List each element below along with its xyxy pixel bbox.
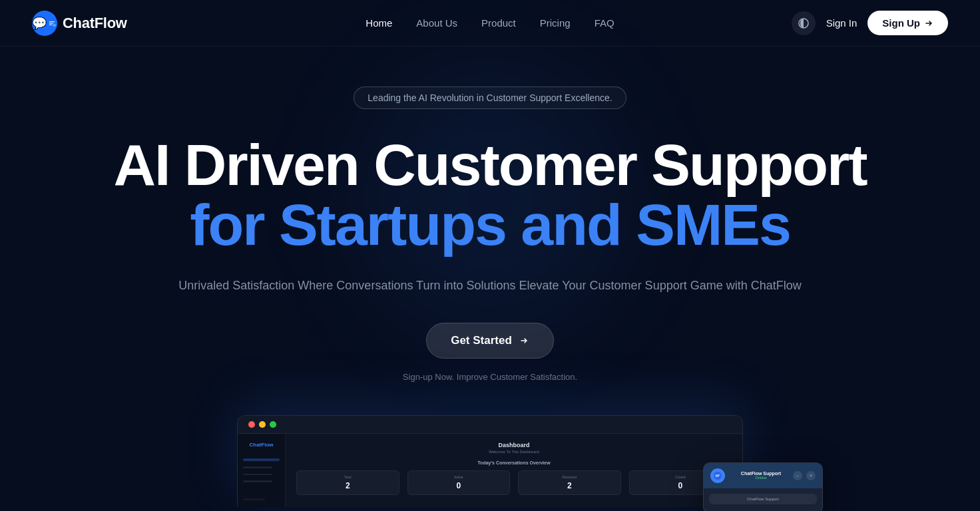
chat-minimize-button[interactable]: – xyxy=(793,471,802,480)
stat-total: Total 2 xyxy=(296,470,399,495)
chat-widget-status: Online xyxy=(729,476,793,480)
dashboard-body: ChatFlow Dashboard Welcome To The Dashbo… xyxy=(238,434,742,507)
sidebar-item-chatbots xyxy=(243,466,272,468)
hero-subtitle: Unrivaled Satisfaction Where Conversatio… xyxy=(178,275,801,296)
sidebar-item-conversations xyxy=(243,474,272,476)
dashboard-sidebar: ChatFlow xyxy=(238,434,286,507)
hero-footnote: Sign-up Now. Improve Customer Satisfacti… xyxy=(403,372,577,382)
dashboard-title: Dashboard xyxy=(296,442,732,448)
dashboard-stats: Total 2 Active 0 Resolved 2 xyxy=(296,470,732,495)
sign-up-button[interactable]: Sign Up xyxy=(867,11,948,35)
hero-badge: Leading the AI Revolution in Customer Su… xyxy=(354,86,626,109)
nav-actions: Sign In Sign Up xyxy=(792,11,948,35)
logo-icon xyxy=(32,11,57,36)
chat-widget-body: ChatFlow Support xyxy=(704,488,822,511)
chat-bubble: ChatFlow Support xyxy=(709,494,817,504)
dashboard-subtitle: Welcome To The Dashboard xyxy=(296,450,732,454)
dashboard-window: ChatFlow Dashboard Welcome To The Dashbo… xyxy=(237,415,743,507)
chat-widget-header: ChatFlow Support Online – × xyxy=(704,463,822,488)
stat-active: Active 0 xyxy=(407,470,511,495)
nav-home[interactable]: Home xyxy=(366,17,392,29)
svg-point-2 xyxy=(714,472,722,480)
theme-toggle-button[interactable] xyxy=(792,11,816,35)
svg-point-1 xyxy=(53,23,55,26)
dashboard-main: Dashboard Welcome To The Dashboard Today… xyxy=(286,434,742,507)
hero-title: AI Driven Customer Support for Startups … xyxy=(113,136,866,275)
chat-widget-icons: – × xyxy=(793,471,816,480)
window-dot-red xyxy=(248,421,255,428)
chat-widget: ChatFlow Support Online – × ChatFlow Sup… xyxy=(703,462,823,511)
get-started-button[interactable]: Get Started xyxy=(426,323,554,359)
logo-text: ChatFlow xyxy=(63,15,127,32)
dashboard-preview: ChatFlow Dashboard Welcome To The Dashbo… xyxy=(237,415,743,507)
sidebar-item-integrations xyxy=(243,480,272,482)
nav-links: Home About Us Product Pricing FAQ xyxy=(366,17,614,29)
window-dot-yellow xyxy=(259,421,266,428)
navbar: ChatFlow Home About Us Product Pricing F… xyxy=(0,0,980,47)
chat-widget-avatar xyxy=(710,468,725,483)
chat-widget-name: ChatFlow Support xyxy=(729,471,793,476)
sidebar-item-settings xyxy=(243,498,265,500)
nav-pricing[interactable]: Pricing xyxy=(540,17,571,29)
nav-product[interactable]: Product xyxy=(481,17,516,29)
nav-about[interactable]: About Us xyxy=(416,17,457,29)
dashboard-titlebar xyxy=(238,416,742,434)
sidebar-item-dashboard xyxy=(243,458,280,461)
dashboard-section-title: Today's Conversations Overview xyxy=(296,460,732,465)
hero-section: Leading the AI Revolution in Customer Su… xyxy=(0,47,980,507)
stat-resolved: Resolved 2 xyxy=(518,470,621,495)
nav-faq[interactable]: FAQ xyxy=(595,17,614,29)
sign-in-button[interactable]: Sign In xyxy=(826,17,858,29)
logo[interactable]: ChatFlow xyxy=(32,11,127,36)
chat-close-button[interactable]: × xyxy=(806,471,816,480)
chat-widget-info: ChatFlow Support Online xyxy=(729,471,793,480)
window-dot-green xyxy=(270,421,276,428)
sidebar-logo: ChatFlow xyxy=(243,440,280,449)
